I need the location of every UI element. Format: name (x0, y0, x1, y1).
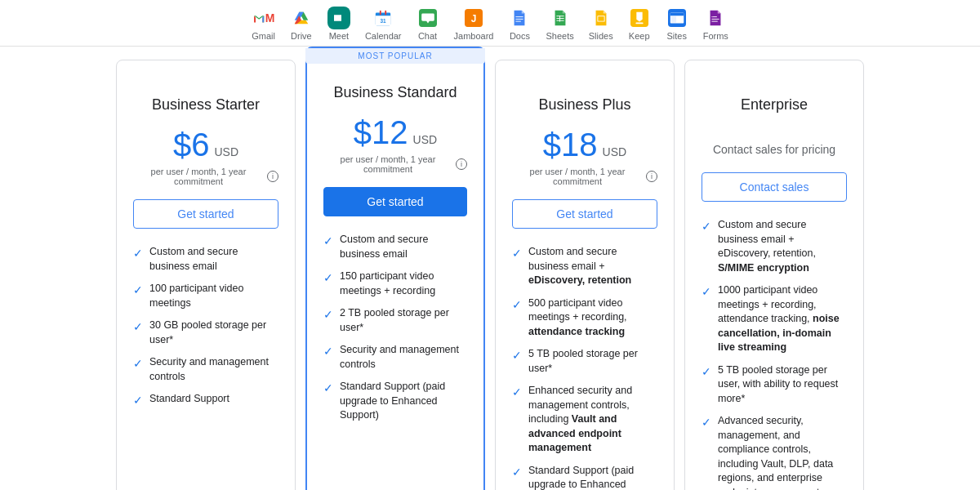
check-icon: ✓ (133, 246, 143, 262)
check-icon: ✓ (133, 283, 143, 299)
jamboard-icon: J (462, 7, 485, 29)
plan-standard: MOST POPULAR Business Standard $12 USD p… (305, 47, 485, 490)
nav-item-chat[interactable]: Chat (413, 5, 443, 42)
check-icon: ✓ (702, 219, 711, 235)
plan-plus: Business Plus $18 USD per user / month, … (495, 60, 675, 490)
nav-label-calendar: Calendar (365, 31, 402, 41)
feature-item: ✓ 30 GB pooled storage per user* (133, 318, 278, 347)
feature-item: ✓ 100 participant video meetings (133, 282, 278, 310)
nav-label-gmail: Gmail (252, 31, 275, 41)
popular-badge: MOST POPULAR (305, 48, 485, 64)
check-icon: ✓ (702, 415, 711, 431)
standard-features: ✓ Custom and secure business email ✓ 150… (323, 233, 467, 423)
svg-text:31: 31 (381, 18, 387, 24)
svg-rect-29 (712, 21, 718, 22)
nav-item-forms[interactable]: Forms (700, 5, 732, 42)
check-icon: ✓ (323, 307, 333, 323)
plan-plus-name: Business Plus (512, 96, 657, 114)
keep-icon (628, 7, 651, 29)
plan-starter: Business Starter $6 USD per user / month… (116, 60, 296, 490)
feature-item: ✓ 500 participant video meetings + recor… (512, 296, 657, 340)
standard-info-icon[interactable]: i (456, 158, 467, 170)
plan-starter-name: Business Starter (133, 96, 278, 114)
popular-badge-wrapper: MOST POPULAR (305, 48, 485, 64)
nav-item-calendar[interactable]: 31 Calendar (362, 5, 405, 42)
check-icon: ✓ (702, 284, 711, 301)
svg-rect-24 (670, 16, 675, 22)
nav-label-docs: Docs (510, 31, 530, 41)
plan-standard-currency: USD (413, 133, 438, 146)
enterprise-cta-button[interactable]: Contact sales (702, 172, 847, 202)
sheets-icon (549, 7, 572, 29)
nav-item-slides[interactable]: Slides (586, 5, 617, 42)
plus-cta-button[interactable]: Get started (512, 199, 657, 229)
svg-rect-26 (677, 20, 683, 22)
nav-label-drive: Drive (291, 31, 312, 41)
feature-item: ✓ 5 TB pooled storage per user, with abi… (702, 363, 847, 407)
nav-item-jamboard[interactable]: J Jamboard (451, 5, 497, 42)
nav-label-chat: Chat (418, 31, 437, 41)
feature-item: ✓ Custom and secure business email + eDi… (702, 218, 847, 275)
check-icon: ✓ (512, 465, 522, 481)
starter-features: ✓ Custom and secure business email ✓ 100… (133, 245, 278, 409)
plan-starter-price-row: $6 USD (133, 127, 278, 163)
svg-rect-20 (635, 23, 643, 24)
check-icon: ✓ (512, 348, 522, 364)
nav-label-meet: Meet (329, 31, 349, 41)
nav-label-slides: Slides (589, 31, 613, 41)
svg-rect-4 (380, 11, 381, 16)
svg-rect-16 (559, 16, 560, 21)
svg-rect-18 (598, 16, 604, 21)
forms-icon (704, 7, 727, 29)
feature-item: ✓ Security and management controls (323, 343, 467, 372)
feature-item: ✓ 1000 participant video meetings + reco… (702, 283, 847, 355)
feature-item: ✓ Custom and secure business email + eDi… (512, 245, 657, 288)
feature-item: ✓ Advanced security, management, and com… (702, 414, 847, 490)
plan-enterprise: Enterprise Contact sales for pricing Con… (684, 60, 864, 490)
feature-item: ✓ 5 TB pooled storage per user* (512, 347, 657, 376)
plus-info-icon[interactable]: i (646, 171, 657, 182)
nav-item-sites[interactable]: Sites (662, 5, 692, 42)
nav-item-sheets[interactable]: Sheets (542, 5, 577, 42)
nav-item-meet[interactable]: Meet (324, 5, 354, 42)
svg-rect-28 (712, 19, 719, 20)
feature-item: ✓ Custom and secure business email (133, 245, 278, 274)
docs-icon (508, 7, 531, 29)
starter-info-icon[interactable]: i (267, 171, 278, 182)
pricing-section: Business Starter $6 USD per user / month… (0, 47, 980, 490)
plan-plus-note: per user / month, 1 year commitment i (512, 167, 657, 186)
nav-item-keep[interactable]: Keep (625, 5, 654, 42)
svg-rect-5 (385, 11, 386, 16)
enterprise-contact-text: Contact sales for pricing (702, 143, 847, 156)
feature-item: ✓ Enhanced security and management contr… (512, 384, 657, 456)
standard-cta-button[interactable]: Get started (323, 187, 467, 216)
drive-icon (290, 7, 313, 29)
nav-label-forms: Forms (703, 31, 728, 41)
check-icon: ✓ (133, 393, 143, 409)
plus-features: ✓ Custom and secure business email + eDi… (512, 245, 657, 490)
nav-item-docs[interactable]: Docs (505, 5, 534, 42)
meet-icon (327, 7, 350, 29)
svg-rect-10 (516, 16, 523, 17)
check-icon: ✓ (702, 364, 711, 381)
chat-icon (416, 7, 439, 29)
svg-rect-25 (677, 16, 683, 19)
plan-plus-currency: USD (603, 145, 627, 158)
feature-item: ✓ 150 participant video meetings + recor… (323, 270, 467, 298)
starter-cta-button[interactable]: Get started (133, 199, 278, 229)
check-icon: ✓ (323, 270, 333, 287)
nav-item-drive[interactable]: Drive (287, 5, 316, 42)
check-icon: ✓ (133, 356, 143, 372)
svg-rect-23 (670, 13, 684, 16)
sites-icon (666, 7, 688, 29)
plan-plus-price: $18 (543, 127, 598, 163)
check-icon: ✓ (512, 297, 522, 314)
check-icon: ✓ (133, 319, 143, 336)
svg-text:J: J (471, 13, 477, 24)
nav-item-gmail[interactable]: M Gmail (248, 5, 278, 42)
feature-item: ✓ Standard Support (paid upgrade to Enha… (512, 464, 657, 491)
nav-label-sites: Sites (666, 31, 686, 41)
svg-rect-12 (516, 21, 521, 22)
feature-item: ✓ 2 TB pooled storage per user* (323, 306, 467, 335)
plan-starter-price: $6 (173, 127, 210, 163)
